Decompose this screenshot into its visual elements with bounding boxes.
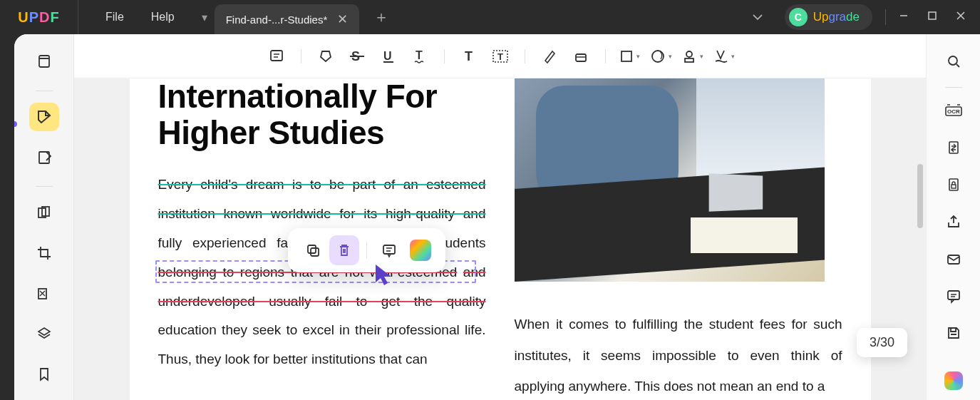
underline-tool-icon[interactable]: U [376, 43, 401, 69]
color-picker-icon[interactable] [406, 235, 435, 265]
crop-tool-icon[interactable] [29, 239, 59, 268]
save-tool-icon[interactable] [939, 319, 968, 347]
minimize-icon[interactable] [899, 11, 909, 24]
svg-text:T: T [465, 49, 473, 63]
copy-annotation-icon[interactable] [298, 235, 328, 265]
svg-rect-27 [948, 255, 959, 264]
separator [885, 9, 886, 25]
sticker-tool-icon[interactable]: ▾ [649, 43, 674, 69]
delete-annotation-icon[interactable] [329, 235, 359, 265]
comment-tool-icon[interactable] [29, 103, 59, 132]
right-sidebar: OCR [926, 34, 980, 400]
new-tab-button[interactable]: ＋ [359, 6, 403, 28]
svg-rect-17 [685, 58, 693, 62]
layers-icon[interactable] [29, 319, 59, 349]
note-tool-icon[interactable] [264, 43, 289, 69]
page-organize-icon[interactable] [29, 198, 59, 227]
close-window-icon[interactable] [956, 11, 966, 24]
strikethrough-tool-icon[interactable]: S [344, 43, 370, 69]
squiggly-tool-icon[interactable]: T [407, 43, 433, 69]
document-image [515, 78, 825, 282]
left-sidebar [14, 34, 74, 400]
document-heading: Internationally For Higher Studies [158, 78, 486, 150]
svg-rect-19 [311, 248, 319, 256]
tab-list-dropdown-icon[interactable]: ▾ [202, 11, 207, 24]
user-avatar: C [789, 8, 808, 26]
svg-point-16 [686, 51, 692, 57]
scrollbar-thumb[interactable] [917, 164, 923, 228]
svg-rect-13 [576, 54, 586, 61]
search-icon[interactable] [939, 47, 968, 76]
ocr-tool-icon[interactable]: OCR [939, 96, 968, 125]
paragraph-2: When it comes to fulfilling the student … [515, 309, 842, 400]
convert-tool-icon[interactable] [939, 133, 968, 162]
menu-help[interactable]: Help [151, 11, 175, 24]
tab-title: Find-and-...r-Studies* [226, 14, 328, 26]
svg-rect-18 [308, 245, 316, 253]
active-indicator-dot [14, 121, 17, 127]
eraser-tool-icon[interactable] [568, 43, 594, 69]
svg-text:OCR: OCR [947, 108, 960, 115]
svg-text:T: T [416, 49, 423, 61]
stamp-tool-icon[interactable]: ▾ [680, 43, 706, 69]
close-tab-icon[interactable]: ✕ [337, 11, 348, 27]
redact-tool-icon[interactable] [29, 279, 59, 308]
svg-text:U: U [383, 50, 392, 62]
edit-tool-icon[interactable] [29, 143, 59, 172]
svg-rect-1 [39, 56, 49, 67]
svg-rect-0 [929, 12, 936, 19]
email-tool-icon[interactable] [939, 245, 968, 273]
mouse-cursor-icon [373, 262, 395, 287]
annotation-context-menu [288, 228, 445, 272]
app-logo: UPDF [0, 0, 78, 34]
svg-text:T: T [497, 51, 503, 62]
textbox-tool-icon[interactable]: T [488, 43, 513, 69]
page: Internationally For Higher Studies Every… [130, 78, 871, 400]
signature-tool-icon[interactable]: ▾ [711, 43, 737, 69]
document-tab[interactable]: Find-and-...r-Studies* ✕ [215, 4, 360, 34]
svg-rect-26 [951, 185, 956, 188]
svg-rect-20 [383, 245, 395, 254]
shape-tool-icon[interactable]: ▾ [617, 43, 643, 69]
title-bar: UPDF File Help ▾ Find-and-...r-Studies* … [0, 0, 980, 34]
protect-tool-icon[interactable] [939, 170, 968, 199]
text-tool-icon[interactable]: T [456, 43, 482, 69]
comment-annotation-icon[interactable] [374, 235, 404, 265]
svg-rect-14 [621, 51, 631, 61]
reader-mode-icon[interactable] [29, 47, 59, 76]
svg-point-21 [949, 56, 957, 65]
upgrade-button[interactable]: C Upgrade [785, 4, 872, 30]
document-viewport[interactable]: Internationally For Higher Studies Every… [74, 78, 926, 400]
svg-rect-6 [271, 51, 282, 61]
annotation-toolbar: S U T T T ▾ ▾ ▾ ▾ [74, 34, 926, 78]
maximize-icon[interactable] [927, 11, 937, 24]
recent-dropdown-icon[interactable] [752, 11, 763, 23]
bookmark-icon[interactable] [29, 359, 59, 389]
svg-rect-28 [948, 291, 959, 299]
highlight-tool-icon[interactable] [313, 43, 339, 69]
share-tool-icon[interactable] [939, 207, 968, 236]
ai-assistant-icon[interactable] [944, 371, 963, 390]
pencil-tool-icon[interactable] [537, 43, 562, 69]
chat-tool-icon[interactable] [939, 282, 968, 310]
menu-file[interactable]: File [105, 11, 124, 24]
page-indicator[interactable]: 3/30 [857, 328, 907, 357]
